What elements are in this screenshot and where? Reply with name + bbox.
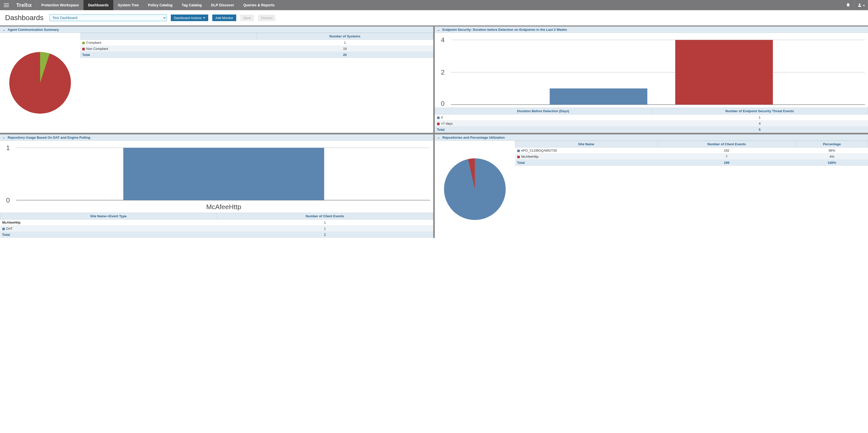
chevron-down-icon[interactable]: ⌄ — [437, 28, 440, 32]
legend-swatch — [517, 149, 520, 152]
svg-text:0: 0 — [6, 196, 10, 204]
col-header: Number of Endpoint Security Threat Event… — [651, 108, 868, 114]
row-value: 96% — [796, 147, 868, 154]
legend-swatch — [82, 48, 85, 51]
table-row[interactable]: >7 days 4 — [435, 120, 868, 127]
svg-text:McAfeeHttp: McAfeeHttp — [206, 203, 241, 211]
panel-repo-pct: ⌄ Repositories and Percentage Utilizatio… — [435, 134, 868, 238]
panel-endpoint-security: ⌄ Endpoint Security: Duration before Det… — [435, 27, 868, 133]
chevron-down-icon[interactable]: ⌄ — [3, 136, 5, 139]
table-total-row: Total 20 — [80, 52, 433, 58]
table-total-row: Total 199 100% — [515, 160, 868, 166]
chevron-down-icon[interactable]: ⌄ — [3, 28, 5, 32]
legend-swatch — [517, 156, 520, 158]
nav-queries-reports[interactable]: Queries & Reports — [239, 0, 279, 10]
col-header: Number of Client Events — [657, 141, 796, 147]
col-header: Number of Systems — [256, 33, 433, 40]
nav-protection-workspace[interactable]: Protection Workspace — [37, 0, 84, 10]
svg-text:0: 0 — [441, 100, 445, 107]
row-value: 192 — [657, 147, 796, 154]
col-header: Site Name — [515, 141, 657, 147]
total-value: 20 — [256, 52, 433, 58]
row-value: 4 — [651, 120, 868, 127]
nav-tag-catalog[interactable]: Tag Catalog — [177, 0, 207, 10]
table-total-row: Total 1 — [0, 232, 433, 238]
svg-rect-17 — [123, 148, 324, 200]
col-header: Duration Before Detection (Days) — [435, 108, 652, 114]
nav-dashboards[interactable]: Dashboards — [84, 0, 113, 10]
row-label: McAfeeHttp — [521, 155, 538, 159]
nav-policy-catalog[interactable]: Policy Catalog — [143, 0, 177, 10]
table-row[interactable]: 0 1 — [435, 114, 868, 120]
table-row[interactable]: Non Compliant 19 — [80, 46, 433, 52]
bar-chart-repo-usage[interactable]: 1 0 McAfeeHttp — [0, 141, 433, 213]
save-button: Save — [240, 14, 254, 21]
row-label: Compliant — [86, 41, 101, 44]
legend-swatch — [2, 228, 5, 230]
brand-logo[interactable]: Trellıx — [13, 0, 37, 10]
table-row[interactable]: McAfeeHttp 7 4% — [515, 154, 868, 160]
dashboard-actions-label: Dashboard Actions — [174, 16, 202, 20]
row-value: 7 — [657, 154, 796, 160]
top-navbar: Trellıx Protection Workspace Dashboards … — [0, 0, 868, 10]
row-value: 1 — [651, 114, 868, 120]
discard-button: Discard — [258, 14, 275, 21]
row-value: 19 — [256, 46, 433, 52]
nav-items: Protection Workspace Dashboards System T… — [37, 0, 279, 10]
nav-system-tree[interactable]: System Tree — [113, 0, 144, 10]
svg-text:2: 2 — [441, 68, 445, 76]
panel-title: Agent Communication Summary — [8, 28, 59, 32]
col-header: Site Name->Event Type — [0, 213, 217, 219]
row-label: McAfeeHttp — [0, 219, 217, 225]
panel-repo-usage: ⌄ Repository Usage Based On DAT and Engi… — [0, 134, 433, 238]
row-label: >7 days — [441, 122, 453, 126]
dashboard-grid: ⌄ Agent Communication Summary Number of … — [0, 27, 868, 238]
legend-swatch — [437, 123, 440, 125]
notifications-button[interactable] — [842, 0, 854, 10]
pie-chart-repo-pct[interactable] — [435, 141, 515, 238]
row-value: 1 — [217, 219, 433, 225]
row-value: 4% — [796, 154, 868, 160]
total-value: 199 — [657, 160, 796, 166]
menu-hamburger-button[interactable] — [0, 0, 13, 10]
row-value: 1 — [217, 225, 433, 232]
topbar-right — [842, 0, 868, 10]
panel-title: Repository Usage Based On DAT and Engine… — [8, 136, 90, 139]
table-row[interactable]: McAfeeHttp 1 — [0, 219, 433, 225]
svg-text:4: 4 — [441, 36, 445, 44]
total-value: 1 — [217, 232, 433, 238]
table-endpoint-sec: Duration Before Detection (Days) Number … — [435, 108, 868, 133]
table-row[interactable]: DAT 1 — [0, 225, 433, 232]
nav-dlp-discover[interactable]: DLP Discover — [207, 0, 239, 10]
svg-point-3 — [859, 4, 860, 5]
row-label: DAT — [6, 227, 13, 231]
page-title: Dashboards — [5, 14, 43, 22]
table-row[interactable]: Compliant 1 — [80, 40, 433, 46]
panel-title: Endpoint Security: Duration before Detec… — [442, 28, 567, 32]
subheader: Dashboards Test Dashboard Dashboard Acti… — [0, 10, 868, 27]
panel-header[interactable]: ⌄ Agent Communication Summary — [0, 27, 433, 33]
table-total-row: Total 5 — [435, 127, 868, 133]
table-row[interactable]: ePO_CLDBGQAMGT30 192 96% — [515, 147, 868, 154]
svg-rect-1 — [4, 5, 9, 6]
row-label: Non Compliant — [86, 47, 108, 51]
panel-agent-communication: ⌄ Agent Communication Summary Number of … — [0, 27, 433, 133]
legend-swatch — [82, 42, 85, 44]
table-repo-usage: Site Name->Event Type Number of Client E… — [0, 213, 433, 238]
pie-chart-agent-comm[interactable] — [0, 33, 80, 133]
bar-chart-endpoint-sec[interactable]: 4 2 0 — [435, 33, 868, 108]
panel-header[interactable]: ⌄ Repositories and Percentage Utilizatio… — [435, 134, 868, 141]
chevron-down-icon[interactable]: ⌄ — [437, 136, 440, 139]
total-label: Total — [515, 160, 657, 166]
user-menu-button[interactable] — [854, 0, 868, 10]
chevron-down-icon — [863, 5, 865, 6]
dashboard-select[interactable]: Test Dashboard — [50, 14, 167, 21]
panel-header[interactable]: ⌄ Repository Usage Based On DAT and Engi… — [0, 134, 433, 141]
table-repo-pct: Site Name Number of Client Events Percen… — [515, 141, 868, 166]
hamburger-icon — [4, 3, 9, 8]
col-header: Number of Client Events — [217, 213, 433, 219]
row-label: ePO_CLDBGQAMGT30 — [521, 148, 557, 153]
dashboard-actions-button[interactable]: Dashboard Actions — [171, 14, 208, 21]
panel-header[interactable]: ⌄ Endpoint Security: Duration before Det… — [435, 27, 868, 33]
add-monitor-button[interactable]: Add Monitor — [212, 14, 236, 21]
